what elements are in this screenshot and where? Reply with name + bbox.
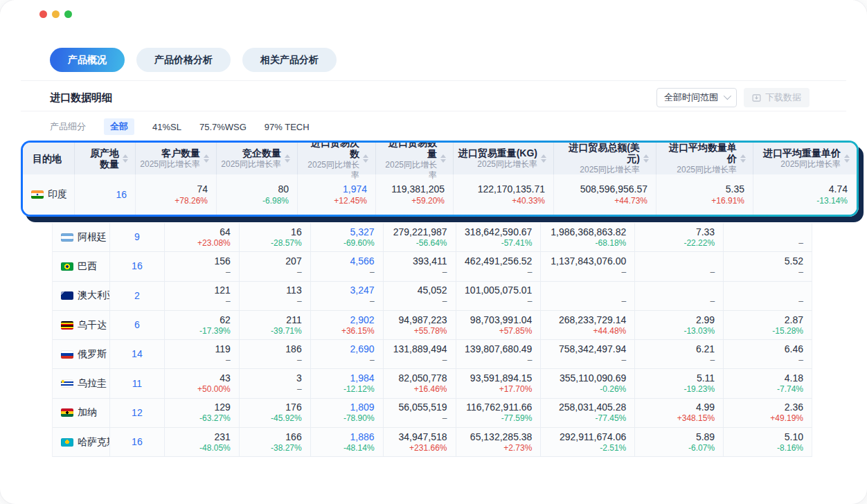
trade-count-link[interactable]: 5,327 <box>350 226 375 238</box>
origin-count-link[interactable]: 16 <box>116 188 127 201</box>
table-row[interactable]: 俄罗斯14119–186–2,690–131,889,494–139,807,6… <box>53 340 812 369</box>
column-header-6[interactable]: 进口贸易重量(KG)2025同比增长率 <box>454 143 554 174</box>
sort-icon[interactable] <box>285 154 290 163</box>
flag-brazil-icon <box>61 262 73 271</box>
sort-icon[interactable] <box>204 154 209 163</box>
metric-cell-5: – <box>541 282 635 310</box>
sort-icon[interactable] <box>643 154 649 163</box>
metric-cell-0: 231-48.05% <box>165 428 240 456</box>
sort-asc-icon <box>204 154 209 158</box>
metric-cell-2: 2,902+36.15% <box>311 311 384 339</box>
yoy-change: -19.23% <box>683 384 715 395</box>
yoy-change: +231.66% <box>409 443 447 453</box>
maximize-window-icon[interactable] <box>64 10 72 18</box>
trade-count-link[interactable]: 1,974 <box>343 183 367 195</box>
table-row[interactable]: 巴西16156–207–4,566–393,411–462,491,256.52… <box>53 252 812 281</box>
sort-icon[interactable] <box>844 154 850 163</box>
trade-count-link[interactable]: 1,886 <box>350 431 375 443</box>
sort-desc-icon <box>643 159 649 163</box>
table-row[interactable]: 哈萨克斯坦16231-48.05%166-38.27%1,886-48.14%3… <box>53 428 812 457</box>
download-data-button[interactable]: 下载数据 <box>744 88 810 107</box>
table-row[interactable]: 阿根廷964+23.08%16-28.57%5,327-69.60%279,22… <box>53 223 812 252</box>
metric-cell-7: 5.10-8.16% <box>724 428 812 456</box>
metric-cell-0: 62-17.39% <box>165 311 240 339</box>
trade-count-link[interactable]: 1,984 <box>350 372 375 384</box>
metric-cell-6: 2.99-13.03% <box>635 311 724 339</box>
trade-count-link[interactable]: 2,902 <box>350 314 375 326</box>
metric-cell-2: 1,984-12.12% <box>311 369 384 397</box>
column-header-7[interactable]: 进口贸易总额(美元)2025同比增长率 <box>554 143 656 174</box>
column-title: 进口贸易次数 <box>302 143 359 159</box>
tab-related-product-analysis[interactable]: 相关产品分析 <box>242 48 337 72</box>
sort-icon[interactable] <box>363 154 368 163</box>
sort-icon[interactable] <box>541 154 546 163</box>
tab-product-price-analysis[interactable]: 产品价格分析 <box>136 48 231 72</box>
pinned-row-india[interactable]: 印度1674+78.26%80-6.98%1,974+12.45%119,381… <box>23 174 857 215</box>
column-header-2[interactable]: 客户数量2025同比增长率 <box>136 143 217 174</box>
yoy-change: +36.15% <box>341 326 375 336</box>
sort-icon[interactable] <box>123 154 128 163</box>
trade-count-link[interactable]: 3,247 <box>350 285 375 296</box>
trade-count-link[interactable]: 4,566 <box>350 255 375 267</box>
segment-97tech[interactable]: 97% TECH <box>265 122 310 132</box>
column-subtitle: 2025同比增长率 <box>140 159 200 170</box>
time-range-select[interactable]: 全部时间范围 <box>656 88 737 107</box>
yoy-change: +50.00% <box>197 384 231 395</box>
column-header-3[interactable]: 竞企数量2025同比增长率 <box>217 143 298 174</box>
table-row[interactable]: 澳大利亚2121–113–3,247–45,052–101,005,075.01… <box>53 282 812 311</box>
metric-value: 292,911,674.06 <box>560 431 626 443</box>
yoy-change: – <box>798 238 803 249</box>
yoy-change: -22.22% <box>683 238 715 249</box>
import-data-table: 阿根廷964+23.08%16-28.57%5,327-69.60%279,22… <box>52 223 812 457</box>
sort-icon[interactable] <box>440 154 446 163</box>
column-header-8[interactable]: 进口平均数量单价2025同比增长率 <box>656 143 753 174</box>
yoy-change: -78.90% <box>343 413 375 424</box>
table-row[interactable]: 加纳12129-63.27%176-45.92%1,809-78.90%56,0… <box>53 399 812 428</box>
origin-count-link[interactable]: 6 <box>134 319 140 331</box>
column-subtitle: 2025同比增长率 <box>458 159 537 170</box>
table-row[interactable]: 乌拉圭1143+50.00%3–1,984-12.12%82,050,778+1… <box>53 369 812 398</box>
origin-count-link[interactable]: 16 <box>132 436 143 448</box>
origin-count-link[interactable]: 16 <box>132 260 143 272</box>
column-header-4[interactable]: 进口贸易次数2025同比增长率 <box>298 143 376 174</box>
metric-value: 5.10 <box>785 431 803 443</box>
metric-value: 3 <box>296 372 302 384</box>
yoy-change: – <box>443 267 447 278</box>
origin-count-link[interactable]: 12 <box>132 407 143 419</box>
metric-value: 156 <box>214 255 230 267</box>
origin-count-link[interactable]: 9 <box>134 231 140 243</box>
origin-count-cell: 12 <box>110 399 165 427</box>
metric-cell-2: 1,974+12.45% <box>298 174 376 215</box>
metric-value: 393,411 <box>413 255 447 267</box>
column-title: 进口平均重量单价 <box>763 147 841 159</box>
tab-product-overview[interactable]: 产品概况 <box>50 48 125 72</box>
metric-value: 131,889,494 <box>393 343 447 355</box>
segment-757wsg[interactable]: 75.7%WSG <box>199 122 247 132</box>
origin-count-link[interactable]: 2 <box>134 290 140 302</box>
segment-all[interactable]: 全部 <box>104 118 134 135</box>
page-title: 进口数据明细 <box>50 91 112 105</box>
sort-icon[interactable] <box>740 154 746 163</box>
column-header-text: 原产地数量 <box>87 147 119 170</box>
metric-value: 34,947,518 <box>398 431 447 443</box>
yoy-change: -13.03% <box>683 326 715 336</box>
metric-cell-1: 16-28.57% <box>240 223 311 251</box>
trade-count-link[interactable]: 2,690 <box>350 343 375 355</box>
column-header-1[interactable]: 原产地数量 <box>75 143 136 174</box>
table-row[interactable]: 乌干达662-17.39%211-39.71%2,902+36.15%94,98… <box>53 311 812 340</box>
metric-value: 1,986,368,863.82 <box>551 226 626 238</box>
column-header-9[interactable]: 进口平均重量单价2025同比增长率 <box>753 143 857 174</box>
minimize-window-icon[interactable] <box>52 10 60 18</box>
metric-cell-5: 1,137,843,076.00– <box>541 252 635 280</box>
segment-41sl[interactable]: 41%SL <box>152 122 181 132</box>
metric-cell-4: 65,132,285.38+2.73% <box>456 428 542 456</box>
metric-value: 758,342,497.94 <box>559 343 626 355</box>
metric-value: 258,031,405.28 <box>559 402 626 413</box>
origin-count-link[interactable]: 11 <box>132 378 143 390</box>
close-window-icon[interactable] <box>39 10 47 18</box>
origin-count-link[interactable]: 14 <box>132 348 143 360</box>
trade-count-link[interactable]: 1,809 <box>350 402 375 413</box>
column-header-5[interactable]: 进口贸易数量2025同比增长率 <box>376 143 454 174</box>
metric-value: 207 <box>285 255 301 267</box>
yoy-change: -48.05% <box>199 443 231 453</box>
